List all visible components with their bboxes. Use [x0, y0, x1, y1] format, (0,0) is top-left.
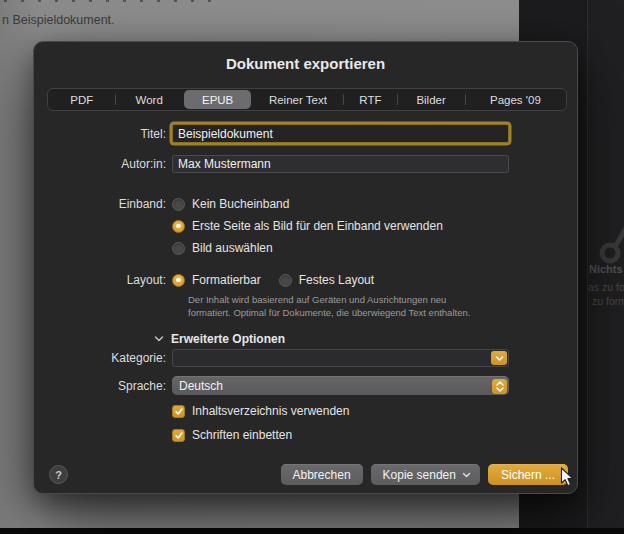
layout-group-label: Layout:	[34, 273, 166, 287]
tab-pages-09[interactable]: Pages '09	[465, 89, 566, 110]
checkmark-icon	[172, 405, 185, 418]
screen: n Beispieldokument. Nichts a as zu fo zu…	[0, 0, 624, 534]
title-input[interactable]	[172, 124, 509, 143]
save-button[interactable]: Sichern ...	[488, 464, 568, 485]
cover-radio-group: Kein Bucheinband Erste Seite als Bild fü…	[172, 193, 443, 259]
layout-description-line: Der Inhalt wird basierend auf Geräten un…	[188, 293, 470, 306]
chevron-up-down-icon	[492, 379, 507, 394]
help-button[interactable]: ?	[49, 465, 68, 484]
cancel-button[interactable]: Abbrechen	[281, 464, 363, 485]
radio-bild-auswaehlen[interactable]: Bild auswählen	[172, 237, 443, 259]
author-input[interactable]	[172, 155, 509, 173]
checkbox-label: Inhaltsverzeichnis verwenden	[192, 404, 349, 418]
radio-icon	[172, 274, 185, 287]
radio-icon	[172, 198, 185, 211]
radio-icon	[279, 274, 292, 287]
tab-epub[interactable]: EPUB	[184, 90, 251, 109]
tab-word[interactable]: Word	[115, 89, 182, 110]
panel-text-fragment: as zu fo	[588, 281, 624, 293]
tab-reiner-text[interactable]: Reiner Text	[252, 89, 343, 110]
tab-bilder[interactable]: Bilder	[397, 89, 464, 110]
title-field-label: Titel:	[34, 127, 166, 141]
checkmark-icon	[172, 429, 185, 442]
export-dialog: Dokument exportieren PDF Word EPUB Reine…	[33, 41, 578, 494]
radio-icon	[172, 242, 185, 255]
radio-label: Formatierbar	[192, 273, 261, 287]
radio-icon	[172, 220, 185, 233]
radio-label: Bild auswählen	[192, 241, 273, 255]
language-popup-button[interactable]: Deutsch	[172, 376, 509, 395]
advanced-options-label: Erweiterte Optionen	[171, 332, 285, 346]
chevron-down-icon[interactable]	[491, 351, 507, 365]
advanced-options-disclosure[interactable]: Erweiterte Optionen	[154, 331, 285, 347]
checkbox-label: Schriften einbetten	[192, 428, 292, 442]
radio-erste-seite-als-bild[interactable]: Erste Seite als Bild für den Einband ver…	[172, 215, 443, 237]
checkbox-schriften-einbetten[interactable]: Schriften einbetten	[172, 428, 292, 442]
layout-description-line: formatiert. Optimal für Dokumente, die ü…	[188, 306, 470, 319]
send-copy-button[interactable]: Kopie senden	[371, 464, 480, 485]
panel-text-fragment: zu form	[592, 295, 624, 307]
panel-text-fragment: Nichts a	[589, 263, 624, 275]
category-combobox[interactable]	[172, 349, 509, 367]
checkbox-inhaltsverzeichnis[interactable]: Inhaltsverzeichnis verwenden	[172, 404, 349, 418]
language-selected-value: Deutsch	[179, 379, 223, 393]
language-field-label: Sprache:	[34, 379, 166, 393]
category-field-label: Kategorie:	[34, 351, 166, 365]
author-field-label: Autor:in:	[34, 157, 166, 171]
tab-pdf[interactable]: PDF	[48, 89, 115, 110]
radio-label: Erste Seite als Bild für den Einband ver…	[192, 219, 443, 233]
clipped-text-dots	[4, 0, 214, 2]
radio-kein-bucheinband[interactable]: Kein Bucheinband	[172, 193, 443, 215]
window-bottom-bar	[0, 528, 624, 534]
radio-label: Kein Bucheinband	[192, 197, 289, 211]
footer-buttons: Abbrechen Kopie senden Sichern ...	[281, 464, 568, 485]
cover-group-label: Einband:	[34, 193, 166, 211]
chevron-down-icon	[462, 472, 471, 478]
radio-festes-layout[interactable]: Festes Layout	[279, 272, 374, 288]
send-copy-label: Kopie senden	[383, 468, 456, 482]
dialog-title: Dokument exportieren	[34, 55, 577, 72]
tab-rtf[interactable]: RTF	[343, 89, 397, 110]
export-format-segmented-control: PDF Word EPUB Reiner Text RTF Bilder Pag…	[47, 88, 567, 111]
category-input[interactable]	[173, 352, 508, 368]
chevron-down-icon	[154, 335, 164, 343]
radio-label: Festes Layout	[299, 273, 374, 287]
mouse-cursor-icon	[560, 467, 576, 488]
document-body-text: n Beispieldokument.	[2, 13, 115, 27]
radio-formatierbar[interactable]: Formatierbar	[172, 272, 261, 288]
layout-description: Der Inhalt wird basierend auf Geräten un…	[188, 293, 470, 319]
paintbrush-icon	[596, 198, 624, 270]
